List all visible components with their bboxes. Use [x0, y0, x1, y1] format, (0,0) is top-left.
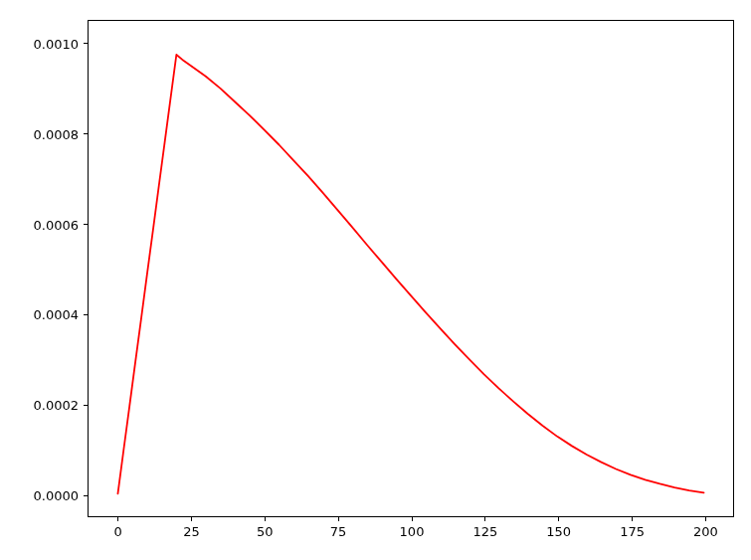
x-tickmark — [705, 516, 706, 521]
x-tick-label: 0 — [113, 524, 121, 539]
x-tickmark — [117, 516, 118, 521]
y-tickmark — [84, 224, 89, 225]
x-tickmark — [412, 516, 413, 521]
x-tick-label: 125 — [472, 524, 497, 539]
x-tick-label: 100 — [400, 524, 425, 539]
x-tick-label: 75 — [330, 524, 347, 539]
y-tick-label: 0.0000 — [34, 488, 80, 503]
y-tick-label: 0.0010 — [34, 36, 80, 51]
x-tickmark — [265, 516, 266, 521]
x-tick-label: 25 — [183, 524, 200, 539]
x-tickmark — [632, 516, 633, 521]
x-tick-label: 150 — [546, 524, 571, 539]
y-tick-label: 0.0002 — [34, 398, 80, 413]
y-tickmark — [84, 405, 89, 406]
chart-axes: 02550751001251501752000.00000.00020.0004… — [88, 20, 734, 517]
y-tick-label: 0.0008 — [34, 126, 80, 141]
y-tickmark — [84, 495, 89, 496]
y-tickmark — [84, 133, 89, 134]
x-tickmark — [338, 516, 339, 521]
plot-area — [89, 21, 733, 516]
y-tickmark — [84, 314, 89, 315]
y-tick-label: 0.0006 — [34, 217, 80, 232]
line-series-1 — [117, 55, 703, 493]
x-tickmark — [558, 516, 559, 521]
y-tickmark — [84, 43, 89, 44]
x-tick-label: 175 — [620, 524, 645, 539]
x-tickmark — [191, 516, 192, 521]
x-tick-label: 200 — [693, 524, 718, 539]
x-tick-label: 50 — [257, 524, 274, 539]
figure: 02550751001251501752000.00000.00020.0004… — [0, 0, 751, 560]
x-tickmark — [484, 516, 485, 521]
y-tick-label: 0.0004 — [34, 307, 80, 322]
